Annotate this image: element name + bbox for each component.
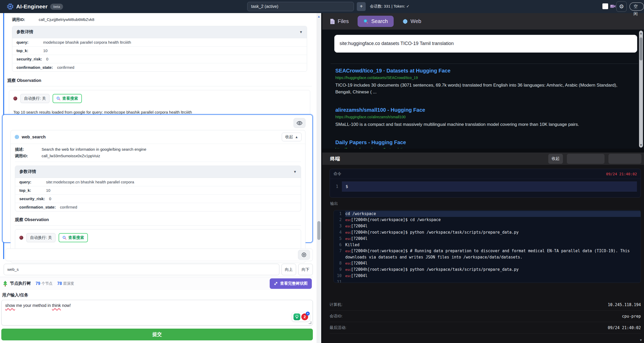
eye-button[interactable]: [298, 250, 310, 260]
view-search-button[interactable]: 查看搜索: [59, 233, 88, 242]
line-number: 3: [334, 223, 345, 229]
input-text-segment: me your method in: [15, 303, 52, 308]
scroll-down-arrow[interactable]: ▼: [639, 143, 643, 147]
esc-token: esc: [345, 274, 351, 278]
terminal-line: 11: [334, 279, 641, 283]
terminal-header-button-2[interactable]: [567, 154, 605, 164]
terminal-line: 9esc[?2004h[root:workspace]$ python /wor…: [334, 267, 641, 273]
scrollbar-thumb[interactable]: [317, 221, 320, 240]
param-row: confirmation_state:confirmed: [12, 63, 307, 71]
submit-button[interactable]: 提交: [1, 329, 313, 340]
scrollbar-thumb[interactable]: [640, 37, 642, 60]
brand: AI-Engineer beta: [7, 3, 63, 10]
params-header[interactable]: 参数详情 ▼: [12, 26, 307, 38]
result-title[interactable]: Daily Papers - Hugging Face: [335, 139, 630, 145]
search-up-button[interactable]: 向上: [281, 264, 296, 275]
line-content: esc[?2004h[root:workspace]$ python /work…: [345, 267, 641, 273]
resize-handle[interactable]: [309, 321, 311, 324]
params-header[interactable]: 参数详情 ▼: [15, 166, 301, 178]
tab-files[interactable]: Files: [330, 18, 349, 24]
task-selector[interactable]: task_2 (active): [247, 2, 354, 11]
search-results-area: site:huggingface.co datasets TICO-19 Tam…: [322, 30, 644, 149]
terminal-line: 10esc[?2004l: [334, 273, 641, 279]
scroll-up-arrow[interactable]: ▲: [639, 31, 643, 35]
line-content: cd /workspace: [345, 211, 641, 217]
result-title[interactable]: SEACrowd/tico_19 · Datasets at Hugging F…: [335, 68, 630, 74]
line-content: Killed: [345, 242, 641, 248]
terminal-header-button-3[interactable]: [608, 154, 641, 164]
observation-toolbar: 自动换行: 关 查看搜索: [19, 233, 297, 242]
chevron-up-icon: ▲: [295, 135, 298, 139]
attachment-count: 2: [304, 314, 306, 319]
result-snippet: SMaLL-100 is a compact and fast massivel…: [335, 121, 630, 128]
info-value: 09/24 21:40:02: [608, 325, 641, 330]
tool-card-header: web_search 收起 ▲: [11, 130, 305, 144]
misspelled-word: think: [52, 303, 61, 308]
eye-button[interactable]: [293, 118, 306, 128]
attachment-count-badge[interactable]: 2 +: [301, 313, 308, 320]
collapse-button[interactable]: 收起 ▲: [282, 133, 302, 141]
param-key: query:: [19, 180, 42, 184]
param-value: 0: [46, 57, 48, 61]
line-content: esc[?2004h[root:workspace]$ python /work…: [345, 229, 641, 236]
autowrap-toggle-button[interactable]: 自动换行: 关: [20, 94, 49, 103]
web-search-input[interactable]: site:huggingface.co datasets TICO-19 Tam…: [334, 35, 637, 53]
param-key: top_k:: [19, 188, 42, 193]
app-title: AI-Engineer: [16, 3, 48, 10]
user-input-textarea[interactable]: show me your method in think now! 2 +: [1, 300, 313, 325]
command-input[interactable]: $: [342, 182, 637, 192]
session-info: 会话数: 331 | Token: ✓: [370, 4, 410, 9]
terminal-line: 8esc[?2004l: [334, 260, 641, 267]
line-number: 10: [334, 273, 345, 279]
line-number: 2: [334, 217, 345, 223]
view-full-tree-button[interactable]: 查看完整树状图: [270, 278, 312, 289]
desc-value: Search the web for information in google…: [42, 147, 146, 151]
search-result: Daily Papers - Hugging Facehttps://huggi…: [335, 139, 630, 149]
line-content: esc[?2004h[root:workspace]$ # Running da…: [345, 248, 641, 260]
terminal-line: 3esc[?2004l: [334, 223, 641, 229]
view-search-button[interactable]: 查看搜索: [53, 94, 82, 103]
node-filter-input[interactable]: web_s: [4, 264, 279, 275]
tab-search[interactable]: Search: [358, 16, 393, 27]
line-number: 9: [334, 267, 345, 273]
command-label: 命令: [334, 171, 341, 176]
workspace-panel: Files Search Web site:huggingface.co dat…: [322, 13, 644, 343]
search-down-button[interactable]: 向下: [298, 264, 313, 275]
scroll-down-arrow[interactable]: ▼: [639, 338, 642, 342]
esc-token: esc: [345, 224, 351, 228]
tool-call-card-selected[interactable]: web_search 收起 ▲ 描述: Search the web for i…: [2, 114, 313, 243]
param-key: security_risk:: [19, 196, 45, 201]
terminal-line: 5esc[?2004l: [334, 236, 641, 242]
param-key: confirmation_state:: [19, 205, 56, 209]
info-value: 10.245.118.194: [608, 302, 641, 307]
search-result: alirezamsh/small100 - Hugging Facehttps:…: [335, 107, 630, 128]
params-header-label: 参数详情: [16, 29, 33, 35]
esc-token: esc: [345, 237, 351, 241]
add-attachment-badge: +: [306, 312, 310, 316]
result-title[interactable]: alirezamsh/small100 - Hugging Face: [335, 107, 630, 113]
param-value: modelscope bhashik parallel corpora heal…: [43, 40, 131, 44]
autowrap-toggle-button[interactable]: 自动换行: 关: [26, 233, 55, 242]
tab-web[interactable]: Web: [403, 18, 421, 24]
call-id-label: 调用ID:: [12, 17, 35, 22]
terminal-line: 1cd /workspace: [334, 211, 641, 217]
param-row: query:site:modelscope.cn bhashik health …: [15, 178, 301, 186]
terminal-output[interactable]: 1cd /workspace2esc[?2004h[root:workspace…: [334, 210, 641, 283]
info-label: 计算机:: [330, 302, 342, 307]
lightbulb-icon: [295, 315, 299, 319]
add-task-button[interactable]: +: [357, 2, 366, 11]
param-row: security_risk:0: [12, 55, 307, 63]
view-search-label: 查看搜索: [68, 235, 84, 240]
left-panel-scrollbar[interactable]: ▲: [317, 13, 321, 343]
hint-bulb-icon[interactable]: [293, 313, 300, 320]
tool-call-card-collapsed[interactable]: [5, 249, 313, 261]
results-scrollbar[interactable]: ▲ ▼: [639, 31, 643, 148]
command-line-editor[interactable]: 1 $: [330, 182, 641, 192]
settings-gear-button[interactable]: ⚙: [616, 1, 627, 12]
scroll-up-arrow[interactable]: ▲: [317, 13, 321, 18]
terminal-collapse-button[interactable]: 收起: [548, 154, 563, 164]
line-content: esc[?2004l: [345, 260, 641, 267]
misspelled-word: show: [5, 303, 15, 308]
search-result: SEACrowd/tico_19 · Datasets at Hugging F…: [335, 68, 630, 95]
observation-toolbar: 自动换行: 关 查看搜索: [13, 94, 306, 103]
